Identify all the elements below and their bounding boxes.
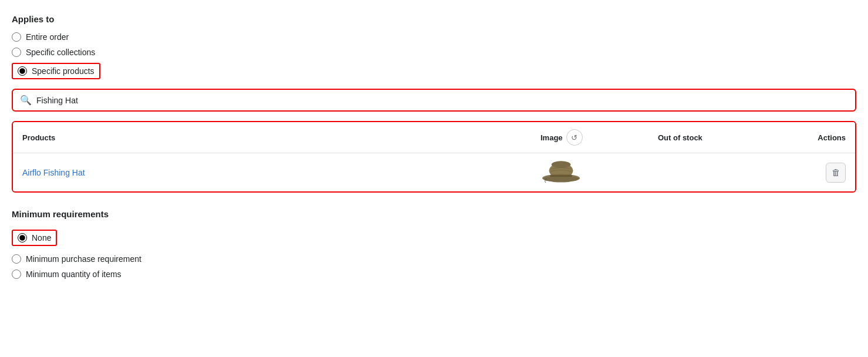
applies-to-section: Applies to Entire order Specific collect…: [12, 14, 856, 193]
out-of-stock-column-header: Out of stock: [658, 129, 775, 146]
table-header: Products Image ↺ Out of stock Actions: [13, 122, 855, 153]
product-image-cell: [541, 159, 658, 186]
min-purchase-radio[interactable]: [12, 254, 21, 264]
specific-products-label: Specific products: [32, 66, 94, 76]
search-icon: 🔍: [20, 95, 32, 106]
entire-order-radio[interactable]: [12, 32, 21, 42]
products-column-header: Products: [22, 129, 541, 146]
minimum-requirements-title: Minimum requirements: [12, 209, 856, 219]
specific-products-highlight: Specific products: [12, 63, 100, 79]
specific-collections-option[interactable]: Specific collections: [12, 48, 856, 57]
actions-cell: 🗑: [775, 163, 846, 183]
none-label: None: [32, 233, 51, 243]
refresh-icon: ↺: [571, 133, 577, 142]
min-quantity-radio[interactable]: [12, 270, 21, 279]
min-quantity-option[interactable]: Minimum quantity of items: [12, 270, 856, 279]
specific-collections-radio[interactable]: [12, 48, 21, 57]
specific-products-option[interactable]: Specific products: [12, 63, 856, 79]
product-search-wrapper: 🔍: [12, 89, 856, 112]
none-option[interactable]: None: [12, 227, 856, 248]
none-radio[interactable]: [18, 233, 27, 243]
entire-order-label: Entire order: [26, 32, 69, 42]
product-link[interactable]: Airflo Fishing Hat: [22, 168, 85, 177]
product-image: [541, 159, 582, 186]
refresh-button[interactable]: ↺: [566, 129, 583, 146]
specific-collections-label: Specific collections: [26, 48, 95, 57]
minimum-requirements-radio-group: None Minimum purchase requirement Minimu…: [12, 227, 856, 279]
entire-order-option[interactable]: Entire order: [12, 32, 856, 42]
applies-to-radio-group: Entire order Specific collections Specif…: [12, 32, 856, 79]
svg-rect-4: [550, 175, 572, 177]
applies-to-title: Applies to: [12, 14, 856, 24]
table-row: Airflo Fishing Hat: [13, 153, 855, 191]
min-purchase-label: Minimum purchase requirement: [26, 254, 141, 264]
min-quantity-label: Minimum quantity of items: [26, 270, 121, 279]
products-table: Products Image ↺ Out of stock Actions Ai…: [12, 121, 856, 193]
svg-point-2: [552, 161, 571, 168]
none-highlight: None: [12, 230, 57, 246]
actions-column-header: Actions: [775, 129, 846, 146]
minimum-requirements-section: Minimum requirements None Minimum purcha…: [12, 209, 856, 279]
delete-button[interactable]: 🗑: [826, 163, 846, 183]
specific-products-radio[interactable]: [18, 66, 27, 76]
trash-icon: 🗑: [832, 167, 840, 177]
min-purchase-option[interactable]: Minimum purchase requirement: [12, 254, 856, 264]
image-column-header: Image ↺: [541, 129, 658, 146]
product-search-input[interactable]: [36, 96, 848, 105]
product-name-cell: Airflo Fishing Hat: [22, 168, 541, 177]
